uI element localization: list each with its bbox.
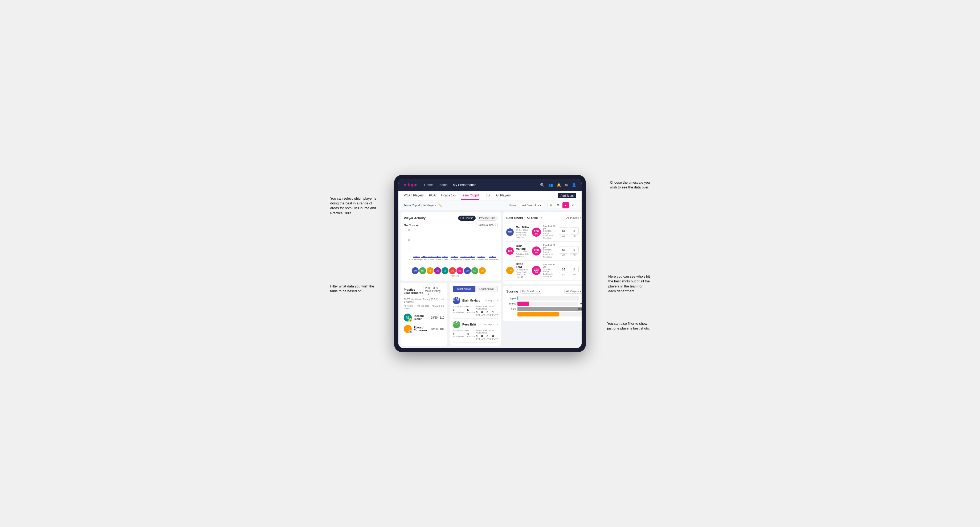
yards-box-0a: 67 yds [559, 227, 568, 237]
practice-table-header: PLAYER NAME PB SCORE PB AVG SQ [404, 305, 444, 311]
users-icon[interactable]: 👥 [548, 183, 553, 187]
scoring-par-filter[interactable]: Par 3, 4 & 5s ▾ [520, 289, 542, 294]
sub-nav-hcaps[interactable]: Hcaps 1-5 [441, 191, 456, 200]
sub-nav-teamclippd[interactable]: Team Clippd [461, 191, 479, 200]
nav-link-myperformance[interactable]: My Performance [453, 182, 476, 188]
practice-title: Practice Leaderboards [404, 288, 423, 294]
player-avatar-0[interactable]: BM [412, 267, 418, 274]
shot-item-2[interactable]: DF David Ford 24 Aug 2023 · Royal North … [506, 260, 582, 281]
scoring-num-pars: 499 [578, 308, 582, 310]
bottom-section: Practice Leaderboards PUTT Must Make Put… [401, 283, 501, 346]
pb-avg-richard: 110 [440, 316, 444, 319]
player-avatar-1[interactable]: RB [419, 267, 426, 274]
scoring-row-pars: Pars 499 [506, 307, 582, 311]
scoring-fill-pars [517, 307, 582, 311]
practice-leaderboards-card: Practice Leaderboards PUTT Must Make Put… [401, 283, 447, 346]
on-course-toggle[interactable]: On Course [458, 216, 476, 221]
yards-val-1b: 0 [570, 246, 579, 254]
nav-link-home[interactable]: Home [424, 182, 433, 188]
all-players-filter[interactable]: All Players ▾ [565, 216, 582, 220]
practice-subtitle: PUTT Must Make Putting (3-6 ft), Last 3 … [404, 298, 444, 303]
all-shots-chevron: ▾ [541, 217, 542, 219]
least-active-btn[interactable]: Least Active [476, 286, 498, 292]
shot-item-0[interactable]: MM Matt Miller 09 Jun 2023 · Royal North… [506, 223, 582, 242]
bar-group-2: 10 D. Ford [428, 256, 434, 260]
practice-row-0[interactable]: RB 1 Richard Butler 19/20 110 [404, 312, 444, 323]
shot-player-name-0: Matt Miller [516, 226, 530, 229]
practice-drills-toggle[interactable]: Practice Drills [477, 216, 498, 221]
scoring-track-bogeys [517, 312, 582, 316]
annotation-bottom-right-top: Here you can see who's hit the best shot… [608, 274, 650, 294]
player-avatar-3[interactable]: JC [434, 267, 441, 274]
view-list-btn[interactable]: ☰ [555, 202, 562, 208]
bar-chart-area: 151050 13 B. McHarg 12 [404, 229, 498, 266]
pb-score-edward: 18/20 [431, 328, 438, 330]
scoring-title: Scoring [506, 290, 518, 293]
nav-logo: clippd [404, 183, 418, 187]
shot-yards-group-2: 16 yds 0 yds [559, 266, 579, 275]
show-dropdown[interactable]: Last 3 months ▾ [519, 203, 543, 208]
sub-nav-allplayers[interactable]: All Players [496, 191, 511, 200]
scoring-track-eagles [517, 296, 579, 300]
scoring-track-birdies [517, 302, 578, 306]
bar-group-3: 9 J. Coles [434, 256, 441, 260]
player-avatar-6[interactable]: RB [457, 267, 463, 274]
view-heart-btn[interactable]: ♥ [562, 202, 569, 208]
view-grid-btn[interactable]: ⊞ [547, 202, 554, 208]
nav-link-teams[interactable]: Teams [438, 182, 447, 188]
add-team-button[interactable]: Add Team [558, 193, 576, 198]
practice-dropdown[interactable]: PUTT Must Make Putting ... ▾ [423, 286, 444, 296]
scoring-players-filter[interactable]: All Players ▾ [564, 289, 582, 294]
scoring-label-eagles: Eagles [506, 297, 516, 300]
rank-badge-gold: 1 [409, 318, 412, 322]
edit-icon[interactable]: ✏️ [438, 204, 442, 207]
sub-nav-pgat[interactable]: PGAT Players [404, 191, 424, 200]
player-name-edward: Edward Crossman [414, 326, 429, 332]
sub-nav-tour[interactable]: Tour [484, 191, 490, 200]
yards-box-1b: 0 yds [570, 246, 579, 256]
x-axis-label: Players [404, 275, 498, 277]
shot-player-info-2: David Ford 24 Aug 2023 · Royal North Dev… [516, 263, 530, 278]
player-activity-title: Player Activity [404, 216, 426, 220]
bar-group-9: 2 L. Robertson [487, 256, 498, 260]
scoring-fill-birdies [517, 302, 529, 306]
player-avatar-4[interactable]: EE [442, 267, 449, 274]
active-player-name-0: Blair McHarg [462, 299, 480, 302]
sub-nav-pga[interactable]: PGA [429, 191, 436, 200]
most-active-btn[interactable]: Most Active [453, 286, 476, 292]
player-rank-avatar-0: RB 1 [404, 314, 412, 322]
scoring-card: Scoring Par 3, 4 & 5s ▾ All Players ▾ Ea… [503, 286, 582, 321]
right-column: Best Shots All Shots ▾ All Players ▾ [503, 210, 582, 348]
bell-icon[interactable]: 🔔 [557, 183, 561, 187]
player-avatar-2[interactable]: DF [426, 267, 434, 274]
shot-avatar-0: MM [506, 229, 514, 236]
player-avatar-7[interactable]: MM [464, 267, 471, 274]
best-shots-title: Best Shots [506, 216, 523, 220]
player-name-richard: Richard Butler [414, 314, 429, 321]
best-shots-header: Best Shots All Shots ▾ All Players ▾ [506, 216, 582, 220]
annotation-top-left: You can select which player is doing the… [330, 196, 376, 216]
scoring-num-birdies: 96 [580, 302, 582, 305]
user-avatar-icon[interactable]: 👤 [572, 183, 576, 187]
view-settings-btn[interactable]: ⚙ [570, 202, 576, 208]
yards-val-0a: 67 [559, 227, 568, 235]
practice-row-1[interactable]: EC 2 Edward Crossman 18/20 107 [404, 323, 444, 335]
chart-filter-dropdown[interactable]: Total Rounds ▾ [476, 223, 498, 227]
nav-links: Home Teams My Performance [424, 182, 534, 188]
player-avatar-9[interactable]: LR [479, 267, 486, 274]
view-icons: ⊞ ☰ ♥ ⚙ [547, 202, 576, 208]
shot-yards-group-1: 43 yds 0 yds [559, 246, 579, 256]
shot-item-1[interactable]: BM Blair McHarg 23 Jul 2023 · Ashridge G… [506, 242, 582, 260]
all-shots-btn[interactable]: All Shots [525, 216, 540, 220]
player-avatar-8[interactable]: EC [471, 267, 478, 274]
yards-val-2a: 16 [559, 266, 568, 273]
plus-circle-icon[interactable]: ⊕ [565, 183, 568, 187]
active-stats-grid-1: Total Rounds 8 Tournament 4 [453, 329, 498, 340]
yards-box-2a: 16 yds [559, 266, 568, 275]
shot-player-name-1: Blair McHarg [516, 244, 530, 251]
search-icon[interactable]: 🔍 [540, 183, 545, 187]
all-players-chevron: ▾ [580, 217, 581, 219]
active-stats-grid-0: Total Rounds 7 Tournament 6 [453, 305, 498, 316]
player-avatar-5[interactable]: OB [449, 267, 456, 274]
shot-avatar-1: BM [506, 247, 514, 255]
